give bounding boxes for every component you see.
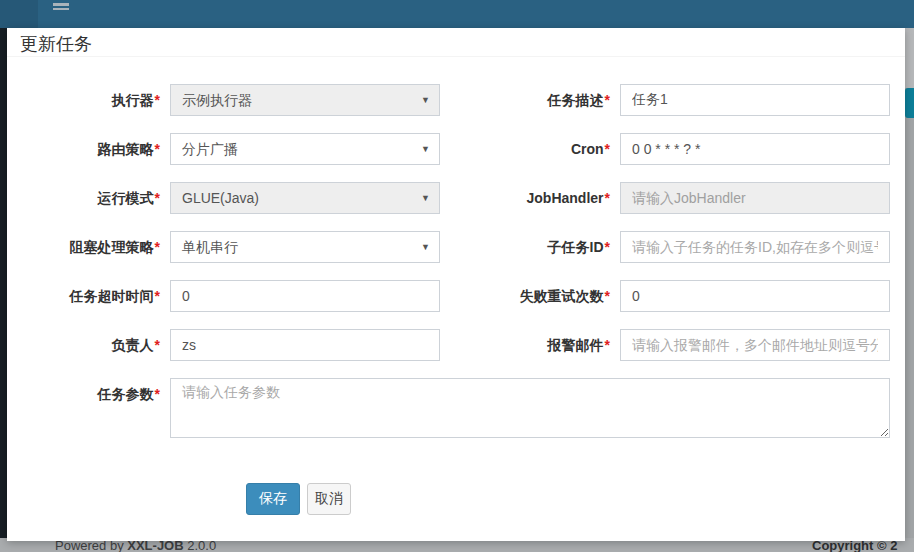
modal-actions: 保存 取消 bbox=[7, 483, 905, 515]
job-params-textarea[interactable] bbox=[170, 378, 890, 438]
background-button-fragment bbox=[905, 88, 914, 118]
alarm-email-input[interactable] bbox=[620, 329, 890, 361]
block-strategy-label: 阻塞处理策略* bbox=[20, 231, 160, 263]
executor-select: 示例执行器▼ bbox=[170, 84, 440, 116]
chevron-down-icon: ▼ bbox=[421, 183, 430, 213]
glue-type-label: 运行模式* bbox=[20, 182, 160, 214]
author-label: 负责人* bbox=[20, 329, 160, 361]
modal-header: 更新任务 bbox=[7, 28, 905, 57]
jobhandler-input bbox=[620, 182, 890, 214]
job-desc-input[interactable] bbox=[620, 84, 890, 116]
cron-input[interactable] bbox=[620, 133, 890, 165]
form-row: 执行器* 示例执行器▼ 任务描述* bbox=[7, 84, 905, 116]
cron-label: Cron* bbox=[469, 133, 610, 165]
form-row: 路由策略* 分片广播▼ Cron* bbox=[7, 133, 905, 165]
timeout-input[interactable] bbox=[170, 280, 440, 312]
alarm-email-label: 报警邮件* bbox=[469, 329, 610, 361]
backdrop-right bbox=[905, 28, 914, 552]
save-button[interactable]: 保存 bbox=[246, 483, 300, 515]
chevron-down-icon: ▼ bbox=[421, 232, 430, 262]
cancel-button[interactable]: 取消 bbox=[307, 483, 351, 515]
jobhandler-label: JobHandler* bbox=[469, 182, 610, 214]
logo-area bbox=[0, 0, 38, 28]
form-row: 阻塞处理策略* 单机串行▼ 子任务ID* bbox=[7, 231, 905, 263]
sidebar-edge bbox=[0, 28, 7, 543]
job-desc-label: 任务描述* bbox=[469, 84, 610, 116]
route-strategy-label: 路由策略* bbox=[20, 133, 160, 165]
route-strategy-select[interactable]: 分片广播▼ bbox=[170, 133, 440, 165]
child-jobid-input[interactable] bbox=[620, 231, 890, 263]
hamburger-icon[interactable] bbox=[53, 3, 69, 15]
glue-type-select: GLUE(Java)▼ bbox=[170, 182, 440, 214]
update-job-modal: 更新任务 执行器* 示例执行器▼ 任务描述* 路由策略* 分片广播▼ Cron*… bbox=[7, 28, 905, 541]
timeout-label: 任务超时时间* bbox=[20, 280, 160, 312]
fail-retry-label: 失败重试次数* bbox=[469, 280, 610, 312]
chevron-down-icon: ▼ bbox=[421, 134, 430, 164]
job-params-label: 任务参数* bbox=[20, 378, 160, 410]
page: Powered by XXL-JOB 2.0.0 Copyright © 2 更… bbox=[0, 0, 914, 552]
block-strategy-select[interactable]: 单机串行▼ bbox=[170, 231, 440, 263]
chevron-down-icon: ▼ bbox=[421, 85, 430, 115]
fail-retry-input[interactable] bbox=[620, 280, 890, 312]
backdrop-band bbox=[905, 28, 914, 88]
modal-title: 更新任务 bbox=[20, 32, 92, 56]
author-input[interactable] bbox=[170, 329, 440, 361]
form-row: 运行模式* GLUE(Java)▼ JobHandler* bbox=[7, 182, 905, 214]
top-navbar bbox=[0, 0, 914, 28]
form-row: 任务参数* bbox=[7, 378, 905, 438]
form-row: 任务超时时间* 失败重试次数* bbox=[7, 280, 905, 312]
child-jobid-label: 子任务ID* bbox=[469, 231, 610, 263]
form-row: 负责人* 报警邮件* bbox=[7, 329, 905, 361]
executor-label: 执行器* bbox=[20, 84, 160, 116]
